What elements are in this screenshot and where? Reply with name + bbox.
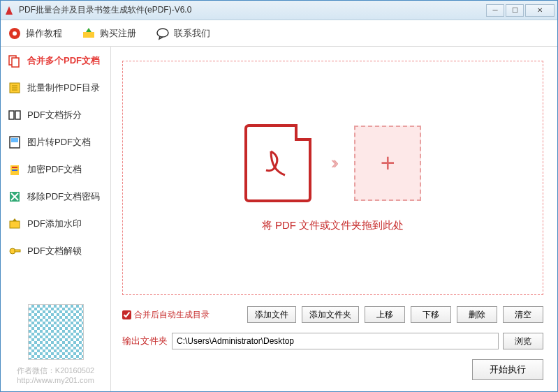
remove-pwd-icon <box>8 190 22 204</box>
watermark-icon <box>8 217 22 231</box>
window-controls: ─ ☐ ✕ <box>486 4 555 17</box>
svg-rect-16 <box>12 169 17 171</box>
pdf-icon <box>244 124 311 202</box>
svg-rect-11 <box>15 111 20 119</box>
contact-icon <box>156 27 170 40</box>
svg-rect-5 <box>12 58 19 67</box>
output-row: 输出文件夹 浏览 <box>122 333 543 349</box>
minimize-button[interactable]: ─ <box>486 4 504 17</box>
drop-text: 将 PDF 文件或文件夹拖到此处 <box>262 219 404 232</box>
encrypt-icon <box>8 163 22 176</box>
add-box: + <box>354 126 421 201</box>
auto-toc-checkbox[interactable] <box>122 310 131 319</box>
output-label: 输出文件夹 <box>122 335 168 347</box>
svg-rect-15 <box>12 167 17 168</box>
sidebar-item-label: 图片转PDF文档 <box>27 136 91 149</box>
svg-rect-2 <box>83 32 94 38</box>
auto-toc-label: 合并后自动生成目录 <box>134 309 210 321</box>
arrow-icon: ›› <box>331 152 335 174</box>
output-input[interactable] <box>172 333 499 349</box>
delete-button[interactable]: 删除 <box>457 306 497 323</box>
auto-toc-checkbox-wrap[interactable]: 合并后自动生成目录 <box>122 309 242 321</box>
sidebar-item-label: 合并多个PDF文档 <box>27 54 100 67</box>
move-up-button[interactable]: 上移 <box>365 306 405 323</box>
wechat-label: 作者微信：K20160502 <box>8 365 103 376</box>
content: ›› + 将 PDF 文件或文件夹拖到此处 合并后自动生成目录 添加文件 添加文… <box>111 47 557 391</box>
drop-zone[interactable]: ›› + 将 PDF 文件或文件夹拖到此处 <box>122 61 543 295</box>
controls-row: 合并后自动生成目录 添加文件 添加文件夹 上移 下移 删除 清空 <box>122 306 543 323</box>
window-title: PDF批量合并及目录书签生成软件(ePDF)-V6.0 <box>19 4 486 16</box>
svg-point-3 <box>157 29 168 37</box>
svg-point-1 <box>13 31 17 36</box>
sidebar-item-label: PDF文档拆分 <box>27 109 82 121</box>
maximize-button[interactable]: ☐ <box>506 4 524 17</box>
website-label: http://www.my201.com <box>8 376 103 384</box>
svg-rect-13 <box>11 138 18 142</box>
sidebar-item-remove-pwd[interactable]: 移除PDF文档密码 <box>1 183 110 210</box>
sidebar-item-image[interactable]: 图片转PDF文档 <box>1 128 110 156</box>
sidebar-item-label: PDF添加水印 <box>27 218 82 230</box>
tutorial-icon <box>8 27 22 40</box>
sidebar-item-label: 移除PDF文档密码 <box>27 190 100 203</box>
image-icon <box>8 135 22 149</box>
add-file-button[interactable]: 添加文件 <box>247 306 296 323</box>
svg-rect-18 <box>10 221 20 228</box>
merge-icon <box>8 54 22 68</box>
sidebar-item-merge[interactable]: 合并多个PDF文档 <box>1 47 110 74</box>
sidebar-item-watermark[interactable]: PDF添加水印 <box>1 210 110 237</box>
sidebar-item-encrypt[interactable]: 加密PDF文档 <box>1 156 110 183</box>
toolbar: 操作教程 购买注册 联系我们 <box>1 20 557 47</box>
window: PDF批量合并及目录书签生成软件(ePDF)-V6.0 ─ ☐ ✕ 操作教程 购… <box>0 0 558 392</box>
toc-icon <box>8 81 22 95</box>
browse-button[interactable]: 浏览 <box>503 333 543 349</box>
qr-code <box>28 304 84 360</box>
sidebar-footer: 作者微信：K20160502 http://www.my201.com <box>1 297 110 391</box>
sidebar-item-label: 加密PDF文档 <box>27 163 82 176</box>
execute-row: 开始执行 <box>122 359 543 380</box>
tutorial-button[interactable]: 操作教程 <box>8 27 62 40</box>
tutorial-label: 操作教程 <box>26 27 62 40</box>
contact-label: 联系我们 <box>174 27 210 40</box>
sidebar-item-label: PDF文档解锁 <box>27 245 82 257</box>
sidebar-item-unlock[interactable]: PDF文档解锁 <box>1 237 110 264</box>
purchase-label: 购买注册 <box>100 27 136 40</box>
sidebar-item-label: 批量制作PDF目录 <box>27 82 100 94</box>
close-button[interactable]: ✕ <box>525 4 555 17</box>
clear-button[interactable]: 清空 <box>503 306 543 323</box>
unlock-icon <box>8 244 22 258</box>
svg-rect-20 <box>15 250 20 252</box>
purchase-button[interactable]: 购买注册 <box>82 27 136 40</box>
main: 合并多个PDF文档 批量制作PDF目录 PDF文档拆分 图片转PDF文档 加密P… <box>1 47 557 391</box>
add-folder-button[interactable]: 添加文件夹 <box>302 306 359 323</box>
purchase-icon <box>82 27 96 40</box>
svg-rect-10 <box>9 111 14 119</box>
sidebar: 合并多个PDF文档 批量制作PDF目录 PDF文档拆分 图片转PDF文档 加密P… <box>1 47 111 391</box>
sidebar-item-toc[interactable]: 批量制作PDF目录 <box>1 74 110 101</box>
contact-button[interactable]: 联系我们 <box>156 27 210 40</box>
titlebar: PDF批量合并及目录书签生成软件(ePDF)-V6.0 ─ ☐ ✕ <box>1 1 557 20</box>
drop-inner: ›› + <box>244 124 421 202</box>
split-icon <box>8 108 22 122</box>
move-down-button[interactable]: 下移 <box>411 306 451 323</box>
execute-button[interactable]: 开始执行 <box>472 359 543 380</box>
app-icon <box>3 5 15 16</box>
sidebar-item-split[interactable]: PDF文档拆分 <box>1 101 110 128</box>
